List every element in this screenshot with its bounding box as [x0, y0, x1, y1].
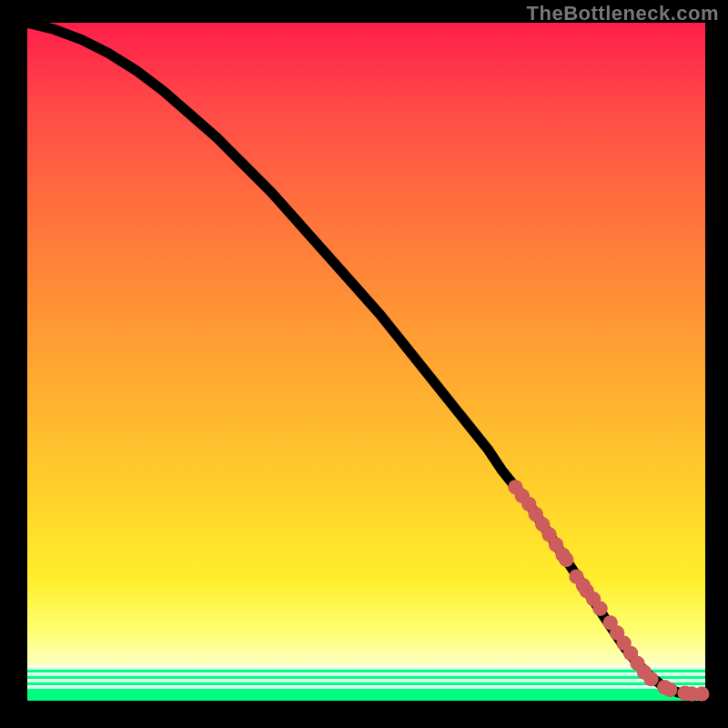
chart-frame: TheBottleneck.com — [0, 0, 728, 728]
marker-dot — [643, 672, 658, 686]
plot-svg — [27, 23, 705, 701]
watermark-text: TheBottleneck.com — [527, 2, 719, 25]
plot-area — [27, 23, 705, 701]
marker-dot — [559, 552, 573, 567]
marker-dot — [662, 682, 677, 697]
bottleneck-curve — [27, 23, 705, 694]
marker-dot — [592, 601, 607, 615]
marker-group — [508, 480, 709, 702]
marker-dot — [694, 686, 709, 701]
